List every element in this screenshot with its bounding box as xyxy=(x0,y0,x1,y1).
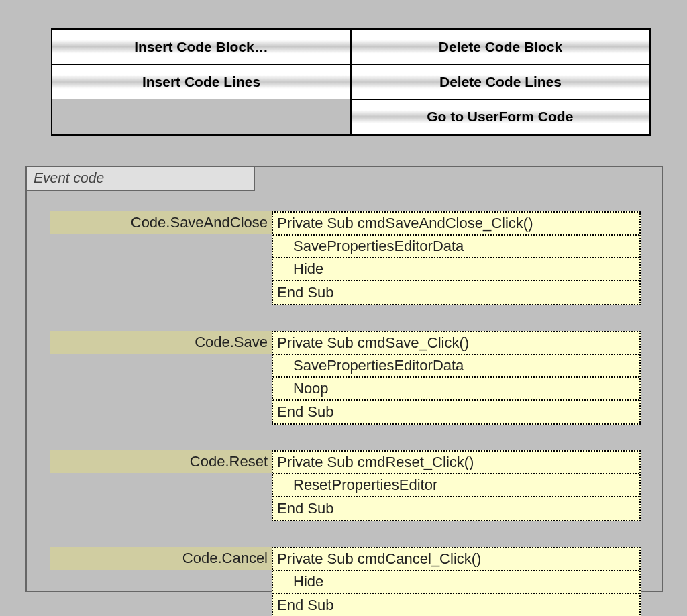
code-block-label[interactable]: Code.Cancel xyxy=(50,547,272,570)
insert-code-block-button[interactable]: Insert Code Block… xyxy=(52,30,351,64)
code-line[interactable]: End Sub xyxy=(273,594,639,616)
code-line[interactable]: End Sub xyxy=(273,401,639,423)
code-line[interactable]: Hide xyxy=(273,571,639,594)
delete-code-block-button[interactable]: Delete Code Block xyxy=(351,30,649,64)
code-line[interactable]: End Sub xyxy=(273,281,639,304)
code-line[interactable]: Private Sub cmdCancel_Click() xyxy=(273,548,639,571)
code-line[interactable]: Private Sub cmdSaveAndClose_Click() xyxy=(273,213,639,236)
code-line[interactable]: SavePropertiesEditorData xyxy=(273,355,639,378)
code-block: Code.ResetPrivate Sub cmdReset_Click()Re… xyxy=(50,450,641,521)
code-block-label[interactable]: Code.Save xyxy=(50,331,272,354)
code-block: Code.CancelPrivate Sub cmdCancel_Click()… xyxy=(50,547,641,616)
code-block-body[interactable]: Private Sub cmdSave_Click()SavePropertie… xyxy=(272,331,641,425)
code-block-label-col: Code.Reset xyxy=(50,450,272,521)
code-block-body[interactable]: Private Sub cmdSaveAndClose_Click()SaveP… xyxy=(272,211,641,305)
toolbar: Insert Code Block… Delete Code Block Ins… xyxy=(51,28,651,136)
code-line[interactable]: Private Sub cmdSave_Click() xyxy=(273,332,639,355)
code-block-label[interactable]: Code.Reset xyxy=(50,450,272,473)
insert-code-lines-button[interactable]: Insert Code Lines xyxy=(52,64,351,99)
tab-event-code[interactable]: Event code xyxy=(27,167,255,191)
code-block-label-col: Code.Cancel xyxy=(50,547,272,616)
code-block-label-col: Code.Save xyxy=(50,331,272,425)
code-line[interactable]: SavePropertiesEditorData xyxy=(273,236,639,258)
code-block-label[interactable]: Code.SaveAndClose xyxy=(50,211,272,234)
code-line[interactable]: Private Sub cmdReset_Click() xyxy=(273,452,639,474)
code-blocks-container: Code.SaveAndClosePrivate Sub cmdSaveAndC… xyxy=(50,211,641,616)
code-block-body[interactable]: Private Sub cmdCancel_Click()HideEnd Sub xyxy=(272,547,641,616)
toolbar-spacer xyxy=(52,99,351,134)
code-block-label-col: Code.SaveAndClose xyxy=(50,211,272,305)
event-code-panel: Event code Code.SaveAndClosePrivate Sub … xyxy=(25,166,663,592)
code-line[interactable]: Noop xyxy=(273,378,639,401)
code-line[interactable]: Hide xyxy=(273,258,639,281)
code-block: Code.SavePrivate Sub cmdSave_Click()Save… xyxy=(50,331,641,425)
delete-code-lines-button[interactable]: Delete Code Lines xyxy=(351,64,649,99)
code-block-body[interactable]: Private Sub cmdReset_Click()ResetPropert… xyxy=(272,450,641,521)
goto-userform-button[interactable]: Go to UserForm Code xyxy=(351,99,650,134)
code-line[interactable]: ResetPropertiesEditor xyxy=(273,474,639,497)
code-block: Code.SaveAndClosePrivate Sub cmdSaveAndC… xyxy=(50,211,641,305)
code-line[interactable]: End Sub xyxy=(273,497,639,520)
